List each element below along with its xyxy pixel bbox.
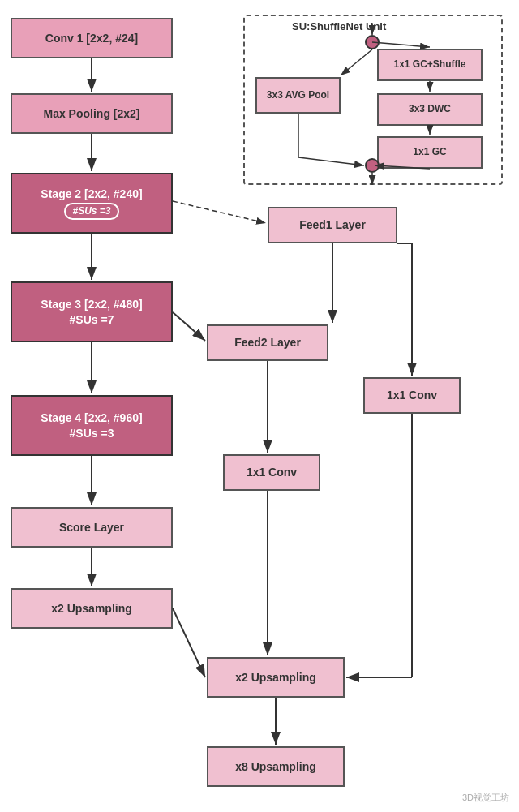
watermark: 3D视觉工坊 [462,792,509,804]
su-avgpool-box: 3x3 AVG Pool [255,77,341,114]
svg-line-9 [173,312,205,341]
su-circle-top [365,35,380,49]
x8-upsampling-box: x8 Upsampling [207,746,345,787]
conv1x1-mid-box: 1x1 Conv [223,454,320,491]
stage2-box: Stage 2 [2x2, #240] #SUs =3 [11,173,173,234]
svg-line-8 [173,201,266,223]
feed1-box: Feed1 Layer [268,207,397,243]
conv1-box: Conv 1 [2x2, #24] [11,18,173,58]
maxpool-box: Max Pooling [2x2] [11,93,173,134]
su-dwc-box: 3x3 DWC [377,93,483,126]
su-title: SU:ShuffleNet Unit [292,20,386,32]
stage4-box: Stage 4 [2x2, #960] #SUs =3 [11,395,173,456]
su-gc-box: 1x1 GC [377,136,483,169]
svg-line-17 [173,608,205,677]
x2-upsampling-center-box: x2 Upsampling [207,657,345,698]
su-circle-bottom [365,158,380,173]
score-layer-box: Score Layer [11,507,173,548]
x2-upsampling-left-box: x2 Upsampling [11,588,173,629]
stage3-box: Stage 3 [2x2, #480] #SUs =7 [11,281,173,342]
diagram-container: Conv 1 [2x2, #24] Max Pooling [2x2] Stag… [0,0,519,812]
su-gc-shuffle-box: 1x1 GC+Shuffle [377,49,483,81]
feed2-box: Feed2 Layer [207,324,328,361]
conv1x1-right-box: 1x1 Conv [363,377,461,414]
